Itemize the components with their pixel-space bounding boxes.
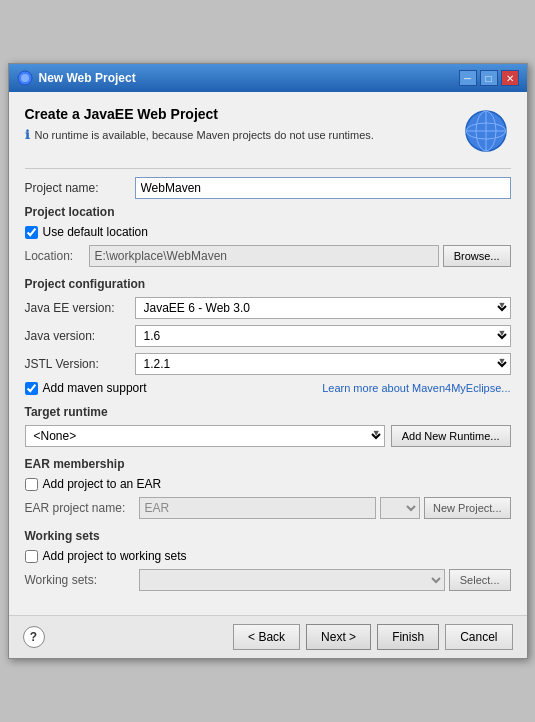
working-sets-section: Working sets Add project to working sets… <box>25 529 511 591</box>
project-config-title: Project configuration <box>25 277 511 291</box>
title-bar-left: New Web Project <box>17 70 136 86</box>
runtime-row: <None> Add New Runtime... <box>25 425 511 447</box>
java-version-select-wrapper: 1.6 1.7 1.5 <box>135 325 511 347</box>
finish-button[interactable]: Finish <box>377 624 439 650</box>
title-bar-controls: ─ □ ✕ <box>459 70 519 86</box>
location-input[interactable] <box>89 245 439 267</box>
javaee-select[interactable]: JavaEE 6 - Web 3.0 JavaEE 5 J2EE 1.4 <box>135 297 511 319</box>
working-sets-select-wrapper <box>139 569 445 591</box>
ear-select <box>380 497 420 519</box>
use-default-label: Use default location <box>43 225 148 239</box>
dialog-title: Create a JavaEE Web Project <box>25 106 374 122</box>
ear-membership-section: EAR membership Add project to an EAR EAR… <box>25 457 511 519</box>
project-location-section: Project location Use default location Lo… <box>25 205 511 267</box>
jstl-row: JSTL Version: 1.2.1 1.1 <box>25 353 511 375</box>
location-row: Location: Browse... <box>25 245 511 267</box>
ear-project-name-input <box>139 497 377 519</box>
java-version-select[interactable]: 1.6 1.7 1.5 <box>135 325 511 347</box>
add-working-sets-checkbox[interactable] <box>25 550 38 563</box>
title-bar: New Web Project ─ □ ✕ <box>9 64 527 92</box>
maven-checkbox-row: Add maven support <box>25 381 147 395</box>
javaee-row: Java EE version: JavaEE 6 - Web 3.0 Java… <box>25 297 511 319</box>
add-working-sets-row: Add project to working sets <box>25 549 511 563</box>
target-runtime-section: Target runtime <None> Add New Runtime... <box>25 405 511 447</box>
globe-icon <box>461 106 511 156</box>
new-project-button: New Project... <box>424 497 510 519</box>
add-ear-checkbox[interactable] <box>25 478 38 491</box>
ear-select-wrapper <box>380 497 420 519</box>
location-label: Location: <box>25 249 85 263</box>
window-icon <box>17 70 33 86</box>
select-button: Select... <box>449 569 511 591</box>
info-icon: ℹ <box>25 128 30 142</box>
working-sets-label: Working sets: <box>25 573 135 587</box>
help-button[interactable]: ? <box>23 626 45 648</box>
runtime-select-wrapper: <None> <box>25 425 385 447</box>
add-runtime-button[interactable]: Add New Runtime... <box>391 425 511 447</box>
working-sets-select <box>139 569 445 591</box>
javaee-label: Java EE version: <box>25 301 135 315</box>
info-message: No runtime is available, because Maven p… <box>35 129 374 141</box>
project-location-title: Project location <box>25 205 511 219</box>
java-version-row: Java version: 1.6 1.7 1.5 <box>25 325 511 347</box>
footer-buttons: < Back Next > Finish Cancel <box>233 624 512 650</box>
maximize-button[interactable]: □ <box>480 70 498 86</box>
working-sets-row: Working sets: Select... <box>25 569 511 591</box>
use-default-location-row: Use default location <box>25 225 511 239</box>
back-button[interactable]: < Back <box>233 624 300 650</box>
jstl-select-wrapper: 1.2.1 1.1 <box>135 353 511 375</box>
add-ear-row: Add project to an EAR <box>25 477 511 491</box>
jstl-select[interactable]: 1.2.1 1.1 <box>135 353 511 375</box>
cancel-button[interactable]: Cancel <box>445 624 512 650</box>
target-runtime-title: Target runtime <box>25 405 511 419</box>
add-ear-label: Add project to an EAR <box>43 477 162 491</box>
ear-membership-title: EAR membership <box>25 457 511 471</box>
ear-name-row: EAR project name: New Project... <box>25 497 511 519</box>
project-name-label: Project name: <box>25 181 135 195</box>
browse-button[interactable]: Browse... <box>443 245 511 267</box>
header-divider <box>25 168 511 169</box>
maven-learn-more-link[interactable]: Learn more about Maven4MyEclipse... <box>322 382 510 394</box>
dialog-footer: ? < Back Next > Finish Cancel <box>9 615 527 658</box>
project-name-input[interactable] <box>135 177 511 199</box>
add-working-sets-label: Add project to working sets <box>43 549 187 563</box>
next-button[interactable]: Next > <box>306 624 371 650</box>
jstl-label: JSTL Version: <box>25 357 135 371</box>
javaee-select-wrapper: JavaEE 6 - Web 3.0 JavaEE 5 J2EE 1.4 <box>135 297 511 319</box>
use-default-checkbox[interactable] <box>25 226 38 239</box>
project-name-row: Project name: <box>25 177 511 199</box>
dialog-content: Create a JavaEE Web Project ℹ No runtime… <box>9 92 527 615</box>
window-title: New Web Project <box>39 71 136 85</box>
java-version-label: Java version: <box>25 329 135 343</box>
close-button[interactable]: ✕ <box>501 70 519 86</box>
working-sets-title: Working sets <box>25 529 511 543</box>
footer-left: ? <box>23 626 45 648</box>
project-config-section: Project configuration Java EE version: J… <box>25 277 511 395</box>
dialog-window: New Web Project ─ □ ✕ Create a JavaEE We… <box>8 63 528 659</box>
runtime-select[interactable]: <None> <box>25 425 385 447</box>
header-text: Create a JavaEE Web Project ℹ No runtime… <box>25 106 374 142</box>
minimize-button[interactable]: ─ <box>459 70 477 86</box>
header-area: Create a JavaEE Web Project ℹ No runtime… <box>25 106 511 156</box>
maven-support-label: Add maven support <box>43 381 147 395</box>
svg-point-1 <box>21 74 29 82</box>
ear-project-name-label: EAR project name: <box>25 501 135 515</box>
maven-row: Add maven support Learn more about Maven… <box>25 381 511 395</box>
maven-support-checkbox[interactable] <box>25 382 38 395</box>
info-row: ℹ No runtime is available, because Maven… <box>25 128 374 142</box>
